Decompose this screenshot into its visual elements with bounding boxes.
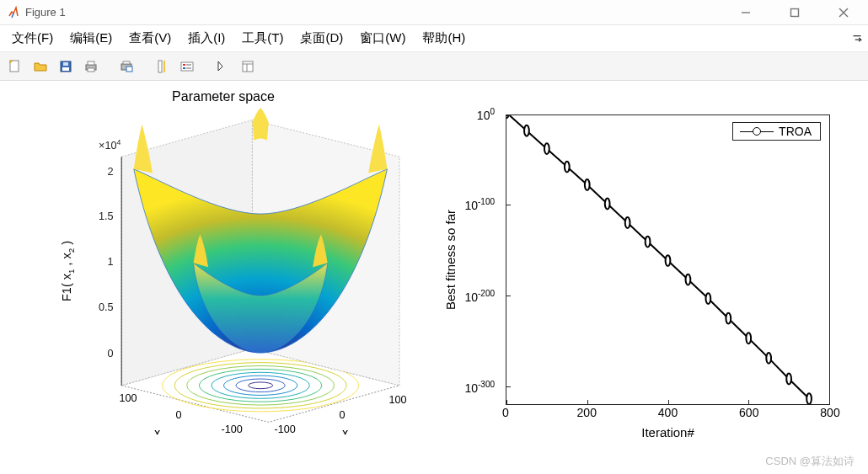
xtick-400: 400 — [658, 406, 678, 419]
svg-text:1: 1 — [107, 256, 113, 268]
svg-rect-16 — [163, 61, 165, 72]
svg-point-55 — [666, 255, 671, 266]
matlab-logo-icon — [7, 6, 20, 19]
svg-point-58 — [726, 313, 731, 324]
titlebar: Figure 1 — [0, 0, 868, 25]
insert-colorbar-button[interactable] — [150, 55, 174, 78]
svg-rect-10 — [88, 61, 94, 65]
save-button[interactable] — [54, 55, 78, 78]
svg-text:2: 2 — [107, 166, 113, 178]
ytick-0: 100 — [444, 107, 495, 122]
svg-rect-7 — [62, 67, 69, 71]
svg-rect-22 — [243, 61, 253, 72]
axes-convergence[interactable]: Best fitness so far 100 10-100 10-200 10… — [438, 89, 851, 443]
menu-tools[interactable]: 工具(T) — [233, 27, 292, 50]
svg-point-60 — [766, 353, 771, 364]
menu-edit[interactable]: 编辑(E) — [62, 27, 121, 50]
svg-text:1.5: 1.5 — [99, 210, 114, 222]
ytick-200: 10-200 — [444, 289, 495, 304]
svg-text:0: 0 — [107, 348, 113, 359]
x1-label: x1 — [342, 426, 353, 434]
svg-rect-15 — [158, 61, 162, 72]
z-axis: 0 0.5 1 1.5 2 — [99, 166, 114, 359]
legend[interactable]: TROA — [732, 122, 821, 141]
insert-legend-button[interactable] — [175, 55, 199, 78]
plot-area: TROA — [506, 115, 830, 405]
menu-view[interactable]: 查看(V) — [121, 27, 179, 50]
xtick-600: 600 — [739, 406, 758, 419]
legend-marker-icon — [740, 127, 774, 136]
svg-point-50 — [565, 162, 570, 173]
minimize-button[interactable] — [733, 3, 758, 22]
ytick-100: 10-100 — [444, 197, 495, 212]
svg-rect-17 — [181, 62, 193, 71]
menu-overflow-icon[interactable] — [849, 31, 865, 46]
property-inspector-button[interactable] — [236, 55, 260, 78]
svg-text:0: 0 — [340, 409, 346, 421]
svg-text:-100: -100 — [222, 423, 243, 434]
z-label: F1( x1 , x2 ) — [60, 241, 76, 301]
svg-text:-100: -100 — [275, 423, 296, 434]
svg-point-49 — [544, 143, 549, 154]
x2-label: x2 — [154, 426, 165, 434]
menu-desktop[interactable]: 桌面(D) — [292, 27, 351, 50]
menu-file[interactable]: 文件(F) — [3, 27, 62, 50]
z-multiplier: ×104 — [99, 138, 121, 152]
line-plot-svg — [506, 115, 829, 404]
svg-text:100: 100 — [389, 394, 407, 406]
ytick-300: 10-300 — [444, 380, 495, 395]
menu-window[interactable]: 窗口(W) — [351, 27, 414, 50]
watermark: CSDN @算法如诗 — [765, 454, 855, 469]
svg-text:100: 100 — [119, 392, 137, 404]
x-axis-label: Iteration# — [506, 425, 830, 439]
svg-point-59 — [746, 333, 751, 344]
svg-rect-19 — [183, 67, 185, 69]
menu-help[interactable]: 帮助(H) — [414, 27, 474, 50]
svg-point-61 — [786, 374, 791, 385]
svg-point-54 — [646, 237, 651, 248]
xtick-800: 800 — [820, 406, 839, 419]
svg-rect-1 — [791, 8, 799, 16]
edit-plot-button[interactable] — [211, 55, 234, 78]
surface-title: Parameter space — [17, 89, 430, 104]
svg-rect-14 — [126, 67, 132, 72]
svg-point-51 — [585, 179, 590, 190]
svg-rect-13 — [123, 61, 130, 64]
xtick-0: 0 — [502, 406, 509, 419]
svg-rect-8 — [63, 62, 68, 66]
svg-point-62 — [806, 393, 812, 404]
window-title: Figure 1 — [25, 6, 66, 19]
svg-point-56 — [686, 274, 691, 285]
xtick-200: 200 — [577, 406, 597, 419]
svg-point-53 — [625, 217, 630, 228]
figure-canvas[interactable]: Parameter space — [0, 81, 868, 474]
svg-point-57 — [706, 293, 711, 304]
svg-rect-18 — [183, 64, 185, 66]
print-button[interactable] — [79, 55, 103, 78]
toolbar — [0, 52, 868, 81]
close-button[interactable] — [831, 3, 856, 22]
axes-3d-surface[interactable]: Parameter space — [17, 89, 430, 443]
legend-label: TROA — [779, 125, 812, 138]
svg-rect-11 — [88, 68, 94, 72]
svg-text:0: 0 — [176, 409, 182, 421]
svg-point-48 — [524, 125, 529, 136]
svg-text:0.5: 0.5 — [99, 301, 114, 313]
maximize-button[interactable] — [782, 3, 807, 22]
new-figure-button[interactable] — [3, 55, 27, 78]
menubar: 文件(F) 编辑(E) 查看(V) 插入(I) 工具(T) 桌面(D) 窗口(W… — [0, 25, 868, 52]
svg-point-52 — [605, 199, 610, 210]
open-button[interactable] — [29, 55, 52, 78]
print-preview-button[interactable] — [115, 55, 138, 78]
menu-insert[interactable]: 插入(I) — [179, 27, 233, 50]
